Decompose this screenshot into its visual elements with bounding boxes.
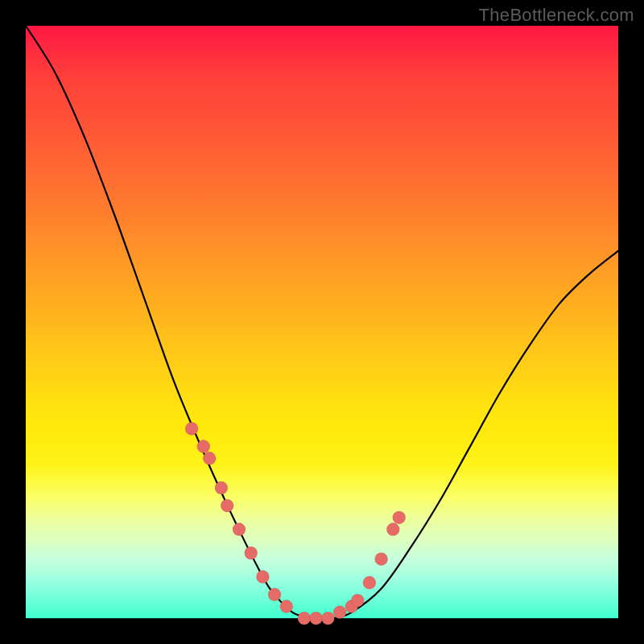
sample-point <box>233 523 246 536</box>
sample-point <box>256 571 269 584</box>
sample-point <box>321 612 334 625</box>
sample-points-group <box>185 423 406 625</box>
sample-point <box>245 547 258 559</box>
sample-point <box>197 440 210 453</box>
sample-point <box>185 423 198 436</box>
bottleneck-curve-path <box>26 26 618 619</box>
sample-point <box>215 481 228 494</box>
sample-point <box>363 576 376 589</box>
sample-point <box>221 499 233 512</box>
sample-point <box>386 523 399 536</box>
sample-point <box>268 588 281 601</box>
sample-point <box>393 511 406 524</box>
watermark-label: TheBottleneck.com <box>479 5 634 26</box>
sample-point <box>375 552 388 565</box>
curve-layer <box>26 26 618 618</box>
sample-point <box>310 612 323 625</box>
sample-point <box>351 594 364 607</box>
sample-point <box>298 612 311 625</box>
chart-frame: TheBottleneck.com <box>0 0 644 644</box>
sample-point <box>280 600 293 613</box>
sample-point <box>203 452 216 464</box>
sample-point <box>333 606 346 619</box>
